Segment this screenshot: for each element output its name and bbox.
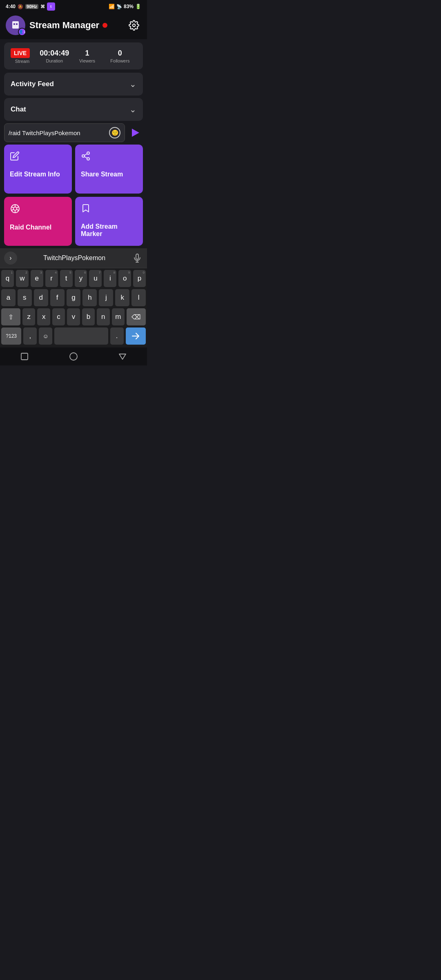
add-stream-marker-button[interactable]: Add Stream Marker	[75, 197, 143, 246]
key-r[interactable]: 4r	[45, 270, 58, 287]
alarm-icon: 🔕	[18, 4, 23, 9]
key-symbols[interactable]: ?123	[1, 327, 21, 345]
duration-stat: 00:04:49 Duration	[38, 49, 71, 63]
activity-feed-section[interactable]: Activity Feed ⌄	[4, 73, 143, 96]
key-h[interactable]: h	[82, 289, 97, 306]
svg-rect-3	[16, 23, 18, 25]
live-stream-status: LIVE Stream	[11, 48, 34, 64]
key-f[interactable]: f	[50, 289, 65, 306]
share-stream-label: Share Stream	[81, 171, 137, 178]
key-k[interactable]: k	[115, 289, 129, 306]
shift-key[interactable]: ⇧	[1, 308, 20, 325]
emoji-button[interactable]: 🙂	[109, 127, 120, 138]
key-e[interactable]: 3e	[31, 270, 43, 287]
hz-indicator: 90Hz	[25, 4, 38, 9]
keyboard-row-2: a s d f g h j k l	[1, 289, 146, 306]
keyboard-row-3: ⇧ z x c v b n m ⌫	[1, 308, 146, 325]
square-icon	[20, 352, 29, 361]
live-badge: LIVE	[11, 48, 30, 58]
edit-stream-info-button[interactable]: Edit Stream Info	[4, 145, 72, 194]
key-n[interactable]: n	[97, 308, 109, 325]
stream-stats-card: LIVE Stream 00:04:49 Duration 1 Viewers …	[4, 42, 143, 69]
chat-input-row: /raid TwitchPlaysPokemon 🙂	[4, 123, 143, 142]
viewers-label: Viewers	[71, 58, 103, 63]
share-stream-button[interactable]: Share Stream	[75, 145, 143, 194]
activity-feed-title: Activity Feed	[11, 80, 54, 88]
chat-input[interactable]: /raid TwitchPlaysPokemon	[9, 129, 107, 136]
raid-channel-button[interactable]: Raid Channel	[4, 197, 72, 246]
key-x[interactable]: x	[37, 308, 50, 325]
status-left: 4:40 🔕 90Hz ⌘ t	[6, 2, 55, 11]
key-a[interactable]: a	[1, 289, 16, 306]
key-send[interactable]	[126, 327, 146, 345]
spacebar[interactable]	[54, 327, 108, 345]
key-i[interactable]: 8i	[104, 270, 116, 287]
send-chat-button[interactable]	[128, 125, 143, 140]
keyboard-nav-button[interactable]: ›	[4, 252, 17, 265]
key-j[interactable]: j	[99, 289, 113, 306]
key-period[interactable]: .	[110, 327, 124, 345]
backspace-key[interactable]: ⌫	[127, 308, 146, 325]
chat-input-wrapper[interactable]: /raid TwitchPlaysPokemon 🙂	[4, 123, 125, 142]
key-v[interactable]: v	[67, 308, 80, 325]
key-m[interactable]: m	[112, 308, 125, 325]
svg-line-8	[85, 154, 87, 156]
key-q[interactable]: 1q	[1, 270, 14, 287]
send-arrow-icon	[132, 333, 139, 339]
wifi-icon: 📶	[109, 4, 115, 9]
microphone-button[interactable]	[131, 252, 143, 264]
avatar-container[interactable]: 👤 1	[6, 16, 25, 35]
raid-icon	[10, 203, 66, 216]
navigation-bar	[0, 347, 147, 365]
nav-recents-button[interactable]	[16, 348, 33, 365]
key-p[interactable]: 0p	[133, 270, 146, 287]
battery-percent: 83%	[124, 4, 134, 9]
svg-line-13	[17, 209, 19, 211]
key-y[interactable]: 6y	[75, 270, 87, 287]
keyboard-suggestion-bar: › TwitchPlaysPokemon	[0, 248, 147, 268]
triangle-icon	[118, 352, 127, 361]
key-o[interactable]: 9o	[118, 270, 131, 287]
svg-line-12	[17, 207, 19, 208]
key-g[interactable]: g	[67, 289, 81, 306]
live-indicator-dot	[102, 23, 107, 28]
key-b[interactable]: b	[82, 308, 95, 325]
keyboard-suggestion[interactable]: TwitchPlaysPokemon	[20, 254, 128, 262]
followers-label: Followers	[104, 58, 136, 63]
bookmark-icon	[81, 203, 137, 215]
key-w[interactable]: 2w	[16, 270, 29, 287]
nav-home-button[interactable]	[65, 348, 82, 365]
nav-back-button[interactable]	[114, 348, 131, 365]
bluetooth-icon: ⌘	[40, 4, 45, 9]
header-title: Stream Manager	[29, 20, 122, 31]
keyboard-rows: 1q 2w 3e 4r 5t 6y 7u 8i 9o 0p a s d f g …	[0, 268, 147, 347]
viewers-value: 1	[71, 49, 103, 58]
svg-line-15	[11, 209, 13, 211]
key-l[interactable]: l	[131, 289, 146, 306]
twitch-notification-icon: t	[47, 2, 55, 11]
key-d[interactable]: d	[34, 289, 48, 306]
action-buttons-grid: Edit Stream Info Share Stream	[4, 145, 143, 246]
key-t[interactable]: 5t	[60, 270, 73, 287]
chat-section[interactable]: Chat ⌄	[4, 98, 143, 121]
battery-icon: 🔋	[135, 4, 141, 9]
smiley-icon: 🙂	[111, 129, 118, 136]
svg-point-6	[87, 158, 89, 160]
keyboard-row-1: 1q 2w 3e 4r 5t 6y 7u 8i 9o 0p	[1, 270, 146, 287]
key-comma[interactable]: ,	[23, 327, 37, 345]
status-bar: 4:40 🔕 90Hz ⌘ t 📶 📡 83% 🔋	[0, 0, 147, 11]
key-z[interactable]: z	[22, 308, 35, 325]
settings-button[interactable]	[127, 18, 141, 33]
key-emoji[interactable]: ☺	[39, 327, 52, 345]
keyboard-area: › TwitchPlaysPokemon 1q 2w 3e 4r 5t 6y 7…	[0, 248, 147, 347]
key-c[interactable]: c	[52, 308, 65, 325]
svg-point-5	[82, 155, 85, 157]
app-title: Stream Manager	[29, 20, 99, 31]
gear-icon	[129, 20, 139, 31]
svg-point-20	[70, 353, 77, 360]
key-u[interactable]: 7u	[89, 270, 102, 287]
key-s[interactable]: s	[18, 289, 32, 306]
edit-icon	[10, 151, 66, 163]
svg-line-7	[85, 157, 87, 158]
svg-rect-2	[13, 23, 15, 25]
